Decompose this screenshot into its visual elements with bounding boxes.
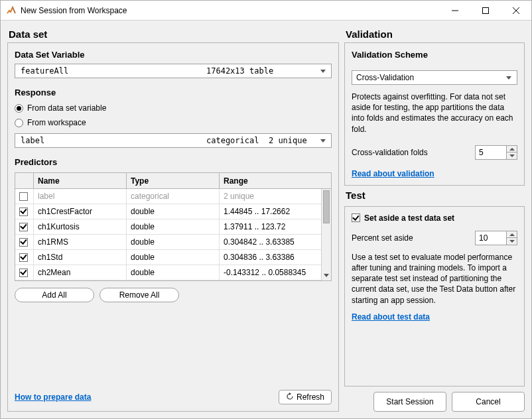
svg-marker-11 [509, 233, 515, 236]
row-name: ch1RMS [34, 235, 127, 250]
scrollbar-thumb[interactable] [323, 190, 330, 223]
minimize-button[interactable] [440, 1, 470, 21]
how-to-prepare-link[interactable]: How to prepare data [15, 392, 91, 402]
set-aside-checkbox[interactable] [352, 213, 360, 222]
row-name: ch1CrestFactor [34, 204, 127, 219]
row-name: ch1Std [34, 250, 127, 265]
chevron-down-icon [318, 70, 328, 73]
row-range: 1.37911 .. 123.72 [220, 219, 331, 235]
row-checkbox[interactable] [19, 208, 28, 216]
row-checkbox[interactable] [19, 223, 28, 231]
row-type: double [127, 235, 220, 250]
refresh-button[interactable]: Refresh [279, 390, 332, 404]
row-checkbox-cell [15, 235, 34, 250]
percent-value: 10 [476, 231, 506, 245]
maximize-button[interactable] [470, 1, 501, 21]
svg-marker-4 [320, 70, 326, 73]
row-checkbox-cell [15, 250, 34, 265]
folds-spinner[interactable]: 5 [475, 145, 517, 160]
svg-line-2 [513, 7, 519, 14]
validation-title: Validation [346, 29, 525, 40]
predictors-table: Name Type Range labelcategorical2 unique… [15, 172, 332, 281]
validation-desc: Protects against overfitting. For data n… [352, 91, 517, 135]
col-range: Range [220, 173, 331, 189]
dataset-variable-label: Data Set Variable [15, 50, 332, 60]
row-type: double [127, 204, 220, 219]
response-radio-from-variable[interactable]: From data set variable [15, 101, 332, 115]
row-name: label [34, 189, 127, 204]
chevron-down-icon [318, 139, 328, 143]
row-checkbox[interactable] [19, 238, 28, 247]
row-type: double [127, 265, 220, 280]
dataset-variable-dims: 17642x13 table [206, 66, 318, 76]
table-row: ch1RMSdouble0.304842 .. 3.63385 [15, 235, 331, 250]
dataset-panel: Data Set Variable featureAll 17642x13 ta… [7, 42, 339, 412]
row-range: 2 unique [220, 189, 331, 204]
read-test-link[interactable]: Read about test data [352, 312, 517, 322]
row-checkbox-cell [15, 219, 34, 235]
row-checkbox-cell [15, 204, 34, 219]
close-button[interactable] [501, 1, 531, 21]
folds-value: 5 [476, 146, 506, 159]
row-checkbox[interactable] [19, 253, 28, 262]
refresh-icon [286, 392, 294, 402]
svg-marker-7 [289, 392, 291, 395]
row-checkbox[interactable] [19, 269, 28, 277]
add-all-button[interactable]: Add All [15, 288, 94, 302]
svg-marker-5 [320, 139, 326, 143]
col-type: Type [127, 173, 220, 189]
validation-scheme-value: Cross-Validation [356, 73, 503, 82]
svg-marker-9 [509, 148, 515, 150]
window-title: New Session from Workspace [21, 6, 127, 15]
response-variable-dropdown[interactable]: label categorical 2 unique [15, 133, 332, 148]
svg-marker-8 [506, 76, 511, 80]
row-range: 0.304836 .. 3.63386 [220, 250, 331, 265]
svg-marker-6 [324, 274, 329, 277]
read-validation-link[interactable]: Read about validation [352, 169, 517, 178]
svg-marker-10 [509, 154, 515, 157]
col-name: Name [34, 173, 127, 189]
table-row: labelcategorical2 unique [15, 189, 331, 204]
predictors-label: Predictors [15, 157, 332, 167]
response-opt2-label: From workspace [27, 118, 86, 127]
set-aside-label: Set aside a test data set [364, 213, 454, 223]
spinner-up-icon[interactable] [507, 231, 517, 239]
test-panel: Set aside a test data set Percent set as… [344, 206, 525, 387]
table-scrollbar[interactable] [321, 189, 331, 280]
response-radio-from-workspace[interactable]: From workspace [15, 116, 332, 129]
validation-scheme-label: Validation Scheme [352, 50, 517, 60]
row-type: categorical [127, 189, 220, 204]
row-type: double [127, 219, 220, 235]
remove-all-button[interactable]: Remove All [100, 288, 179, 302]
validation-panel: Validation Scheme Cross-Validation Prote… [344, 42, 525, 186]
percent-spinner[interactable]: 10 [475, 231, 517, 245]
spinner-down-icon[interactable] [507, 152, 517, 159]
titlebar: New Session from Workspace [1, 1, 531, 21]
table-row: ch1Kurtosisdouble1.37911 .. 123.72 [15, 219, 331, 235]
response-var-range: 2 unique [269, 136, 307, 145]
folds-label: Cross-validation folds [352, 148, 470, 157]
svg-marker-12 [509, 240, 515, 243]
row-checkbox[interactable] [19, 192, 28, 201]
scrollbar-down[interactable] [322, 270, 331, 280]
chevron-down-icon [503, 76, 514, 80]
cancel-button[interactable]: Cancel [452, 392, 525, 412]
spinner-down-icon[interactable] [507, 238, 517, 245]
dataset-variable-name: featureAll [21, 66, 206, 76]
row-checkbox-cell [15, 265, 34, 280]
svg-line-3 [513, 7, 519, 14]
spinner-up-icon[interactable] [507, 146, 517, 153]
col-check [15, 173, 34, 189]
row-range: -0.143312 .. 0.0588345 [220, 265, 331, 280]
test-title: Test [346, 190, 525, 201]
table-row: ch1Stddouble0.304836 .. 3.63386 [15, 250, 331, 265]
start-session-button[interactable]: Start Session [373, 392, 446, 412]
validation-scheme-dropdown[interactable]: Cross-Validation [352, 70, 517, 85]
response-label: Response [15, 88, 332, 97]
response-var-name: label [21, 136, 206, 145]
row-range: 0.304842 .. 3.63385 [220, 235, 331, 250]
dataset-variable-dropdown[interactable]: featureAll 17642x13 table [15, 64, 332, 78]
matlab-icon [6, 5, 17, 16]
row-checkbox-cell [15, 189, 34, 204]
row-range: 1.44845 .. 17.2662 [220, 204, 331, 219]
